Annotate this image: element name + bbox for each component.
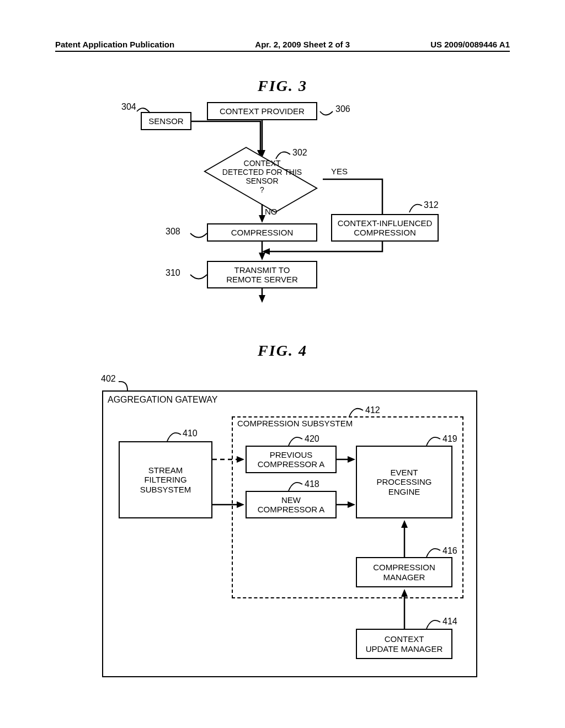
svg-marker-9 bbox=[348, 456, 355, 463]
figure-4: 402 AGGREGATION GATEWAY STREAM FILTERING… bbox=[80, 364, 477, 678]
cum-box: CONTEXT UPDATE MANAGER bbox=[356, 629, 452, 659]
cs-label: COMPRESSION SUBSYSTEM bbox=[237, 419, 353, 428]
ref-418: 418 bbox=[305, 479, 319, 489]
sfs-label: STREAM FILTERING SUBSYSTEM bbox=[140, 465, 191, 494]
svg-marker-6 bbox=[259, 295, 265, 303]
newc-box: NEW COMPRESSOR A bbox=[246, 491, 337, 518]
newc-label: NEW COMPRESSOR A bbox=[258, 495, 325, 515]
ref-414: 414 bbox=[443, 617, 457, 627]
header-left: Patent Application Publication bbox=[55, 40, 174, 49]
context-provider-label: CONTEXT PROVIDER bbox=[220, 106, 305, 116]
ref-304: 304 bbox=[121, 102, 136, 112]
ref-312: 312 bbox=[424, 200, 439, 210]
ref-420: 420 bbox=[305, 434, 319, 444]
ref-419: 419 bbox=[443, 434, 457, 444]
header-center: Apr. 2, 2009 Sheet 2 of 3 bbox=[255, 40, 350, 49]
epe-label: EVENT PROCESSING ENGINE bbox=[376, 468, 431, 496]
decision-text: CONTEXTDETECTED FOR THISSENSOR? bbox=[207, 159, 317, 194]
cm-label: COMPRESSION MANAGER bbox=[373, 563, 435, 582]
transmit-label: TRANSMIT TO REMOTE SERVER bbox=[226, 265, 298, 285]
prev-box: PREVIOUS COMPRESSOR A bbox=[246, 446, 337, 473]
ref-402: 402 bbox=[101, 374, 116, 384]
header-rule bbox=[55, 51, 510, 52]
yes-label: YES bbox=[331, 167, 348, 176]
ag-label: AGGREGATION GATEWAY bbox=[108, 395, 217, 405]
context-provider-box: CONTEXT PROVIDER bbox=[207, 102, 317, 120]
sensor-label: SENSOR bbox=[148, 116, 183, 126]
ref-410: 410 bbox=[183, 429, 198, 438]
svg-marker-8 bbox=[237, 501, 244, 508]
compression-label: COMPRESSION bbox=[231, 228, 294, 237]
ref-310: 310 bbox=[166, 268, 180, 278]
cum-label: CONTEXT UPDATE MANAGER bbox=[366, 634, 443, 654]
cic-box: CONTEXT-INFLUENCED COMPRESSION bbox=[331, 214, 439, 242]
svg-marker-10 bbox=[348, 501, 355, 508]
svg-marker-12 bbox=[401, 589, 408, 597]
cic-label: CONTEXT-INFLUENCED COMPRESSION bbox=[338, 218, 433, 238]
figure-3: CONTEXT PROVIDER 306 SENSOR 304 CONTEXTD… bbox=[110, 97, 441, 328]
ref-416: 416 bbox=[443, 546, 457, 556]
svg-marker-5 bbox=[262, 248, 270, 255]
fig3-title: FIG. 3 bbox=[0, 77, 565, 95]
svg-marker-11 bbox=[401, 520, 408, 528]
sfs-box: STREAM FILTERING SUBSYSTEM bbox=[119, 441, 212, 518]
cm-box: COMPRESSION MANAGER bbox=[356, 557, 452, 587]
svg-marker-7 bbox=[237, 456, 244, 463]
page-header: Patent Application Publication Apr. 2, 2… bbox=[0, 40, 565, 49]
compression-box: COMPRESSION bbox=[207, 223, 317, 242]
prev-label: PREVIOUS COMPRESSOR A bbox=[258, 450, 325, 469]
ref-412: 412 bbox=[365, 405, 380, 415]
svg-marker-3 bbox=[259, 215, 265, 223]
epe-box: EVENT PROCESSING ENGINE bbox=[356, 446, 452, 518]
transmit-box: TRANSMIT TO REMOTE SERVER bbox=[207, 261, 317, 288]
ref-306: 306 bbox=[335, 104, 350, 114]
header-right: US 2009/0089446 A1 bbox=[430, 40, 510, 49]
ref-308: 308 bbox=[166, 227, 180, 237]
fig4-title: FIG. 4 bbox=[0, 342, 565, 360]
ref-302: 302 bbox=[292, 148, 307, 158]
